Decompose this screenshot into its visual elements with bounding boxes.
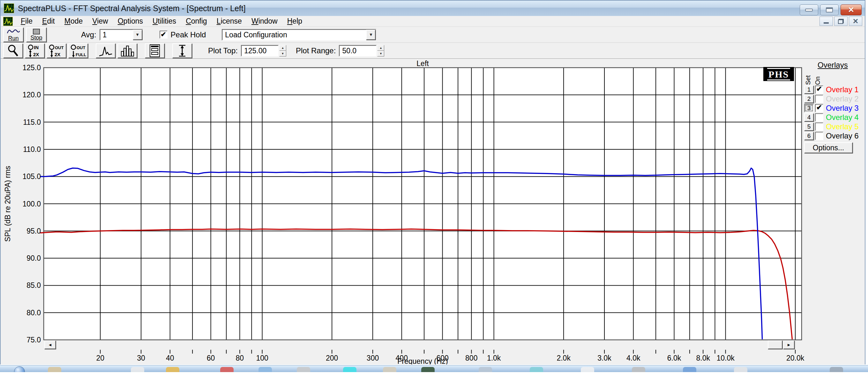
overlay-2-set-button[interactable]: 2 bbox=[804, 95, 814, 103]
taskbar-app-icon[interactable] bbox=[479, 367, 492, 372]
taskbar-app-icon[interactable] bbox=[258, 367, 272, 372]
mdi-restore-button[interactable] bbox=[834, 17, 847, 26]
svg-text:2X: 2X bbox=[33, 52, 39, 57]
title-bar[interactable]: SpectraPLUS - FFT Spectral Analysis Syst… bbox=[1, 1, 865, 16]
overlay-6-set-button[interactable]: 6 bbox=[804, 132, 814, 140]
x-tick-label: 1.0k bbox=[487, 354, 501, 362]
overlay-1-set-button[interactable]: 1 bbox=[804, 86, 814, 94]
taskbar-app-icon[interactable] bbox=[131, 367, 144, 372]
display-options-button[interactable] bbox=[145, 43, 165, 58]
close-button[interactable]: ✕ bbox=[841, 4, 862, 15]
load-configuration-combobox[interactable]: Load Configuration ▼ bbox=[222, 29, 376, 40]
check-icon: ✔ bbox=[160, 31, 166, 38]
overlay-3-set-button[interactable]: 3 bbox=[804, 104, 814, 112]
menu-mode[interactable]: Mode bbox=[60, 17, 88, 26]
minimize-button[interactable] bbox=[800, 4, 818, 15]
x-tick-label: 100 bbox=[256, 354, 268, 362]
spin-down-icon[interactable]: ▼ bbox=[377, 51, 384, 57]
vertical-scale-button[interactable] bbox=[172, 43, 192, 58]
arrow-right-icon: ► bbox=[787, 342, 791, 347]
svg-text:IN: IN bbox=[34, 45, 39, 50]
taskbar-app-icon[interactable] bbox=[581, 367, 594, 372]
menu-view[interactable]: View bbox=[87, 17, 113, 26]
plot-range-field[interactable]: 50.0 bbox=[339, 45, 377, 57]
taskbar-app-icon[interactable] bbox=[830, 367, 843, 372]
mdi-close-button[interactable]: ✕ bbox=[849, 17, 862, 26]
plot-range-spinner[interactable]: ▲ ▼ bbox=[377, 45, 384, 57]
stop-square-icon bbox=[33, 29, 40, 34]
plot-top-spinner[interactable]: ▲ ▼ bbox=[279, 45, 286, 57]
line-plot-button[interactable] bbox=[96, 43, 116, 58]
zoom-button[interactable] bbox=[3, 43, 23, 58]
avg-dropdown-button[interactable]: ▼ bbox=[133, 30, 142, 40]
menu-license[interactable]: License bbox=[212, 17, 247, 26]
x-tick-label: 40 bbox=[166, 354, 174, 362]
spin-up-icon[interactable]: ▲ bbox=[279, 45, 286, 51]
app-icon bbox=[4, 3, 14, 13]
overlay-1-checkbox[interactable]: ✔ bbox=[815, 86, 823, 94]
taskbar-app-icon[interactable] bbox=[383, 367, 396, 372]
taskbar-app-icon[interactable] bbox=[734, 367, 747, 372]
spectraplus-window: SpectraPLUS - FFT Spectral Analysis Syst… bbox=[0, 0, 865, 365]
y-tick-label: 75.0 bbox=[27, 336, 41, 344]
plot-top-field[interactable]: 125.00 bbox=[241, 45, 279, 57]
y-tick-label: 125.0 bbox=[22, 63, 41, 72]
menu-window[interactable]: Window bbox=[247, 17, 282, 26]
plot-range-label: Plot Range: bbox=[296, 46, 336, 55]
overlay-5-checkbox[interactable] bbox=[815, 123, 823, 131]
menu-options[interactable]: Options bbox=[113, 17, 148, 26]
x-tick-label: 300 bbox=[367, 354, 379, 362]
svg-text:2X: 2X bbox=[55, 52, 60, 57]
overlay-1-label: Overlay 1 bbox=[826, 85, 859, 94]
bar-plot-button[interactable] bbox=[118, 43, 137, 58]
overlay-5-set-button[interactable]: 5 bbox=[804, 123, 814, 131]
overlay-4-checkbox[interactable] bbox=[815, 113, 823, 122]
taskbar-app-icon[interactable] bbox=[166, 367, 179, 372]
mdi-minimize-button[interactable] bbox=[819, 17, 833, 26]
svg-text:FULL: FULL bbox=[75, 52, 86, 57]
overlay-4-set-button[interactable]: 4 bbox=[804, 113, 814, 122]
avg-combobox[interactable]: 1 ▼ bbox=[99, 29, 143, 40]
peak-hold-label: Peak Hold bbox=[171, 30, 206, 39]
overlay-3-label: Overlay 3 bbox=[826, 104, 859, 113]
overlay-6-checkbox[interactable] bbox=[815, 132, 823, 140]
start-button[interactable] bbox=[14, 366, 25, 372]
mdi-close-icon: ✕ bbox=[853, 18, 859, 25]
zoom-out-2x-button[interactable]: OUT 2X bbox=[46, 43, 66, 58]
overlay-5-label: Overlay 5 bbox=[826, 122, 859, 131]
taskbar-app-icon[interactable] bbox=[343, 367, 356, 372]
menu-file[interactable]: File bbox=[16, 17, 37, 26]
zoom-out-full-button[interactable]: OUT FULL bbox=[68, 43, 88, 58]
bar-plot-icon bbox=[120, 44, 135, 57]
y-tick-label: 85.0 bbox=[27, 281, 41, 289]
overlays-options-button[interactable]: Options... bbox=[804, 142, 853, 153]
taskbar-app-icon[interactable] bbox=[48, 367, 61, 372]
scroll-thumb[interactable] bbox=[768, 341, 782, 349]
menu-config[interactable]: Config bbox=[181, 17, 212, 26]
taskbar-app-icon[interactable] bbox=[220, 367, 234, 372]
peak-hold-checkbox[interactable]: ✔ bbox=[160, 31, 167, 39]
x-tick-label: 8.0k bbox=[696, 354, 710, 362]
taskbar[interactable] bbox=[0, 365, 868, 372]
taskbar-app-icon[interactable] bbox=[297, 367, 310, 372]
menu-help[interactable]: Help bbox=[282, 17, 307, 26]
stop-button[interactable]: Stop bbox=[26, 27, 46, 42]
plot-top-label: Plot Top: bbox=[208, 46, 238, 55]
menu-edit[interactable]: Edit bbox=[37, 17, 60, 26]
scroll-right-button[interactable]: ► bbox=[783, 341, 795, 349]
taskbar-app-icon[interactable] bbox=[530, 367, 543, 372]
zoom-in-2x-button[interactable]: IN 2X bbox=[25, 43, 45, 58]
maximize-button[interactable] bbox=[820, 4, 839, 15]
scroll-left-button[interactable]: ◄ bbox=[44, 341, 56, 349]
overlay-3-checkbox[interactable]: ✔ bbox=[815, 104, 823, 112]
x-tick-label: 20 bbox=[96, 354, 104, 362]
menu-utilities[interactable]: Utilities bbox=[148, 17, 181, 26]
taskbar-app-icon[interactable] bbox=[683, 367, 696, 372]
spin-up-icon[interactable]: ▲ bbox=[377, 45, 384, 51]
config-dropdown-button[interactable]: ▼ bbox=[366, 30, 376, 40]
taskbar-app-icon[interactable] bbox=[421, 367, 435, 372]
spin-down-icon[interactable]: ▼ bbox=[279, 51, 286, 57]
run-button[interactable]: Run bbox=[3, 27, 24, 42]
overlay-2-checkbox[interactable] bbox=[815, 95, 823, 103]
taskbar-app-icon[interactable] bbox=[632, 367, 645, 372]
